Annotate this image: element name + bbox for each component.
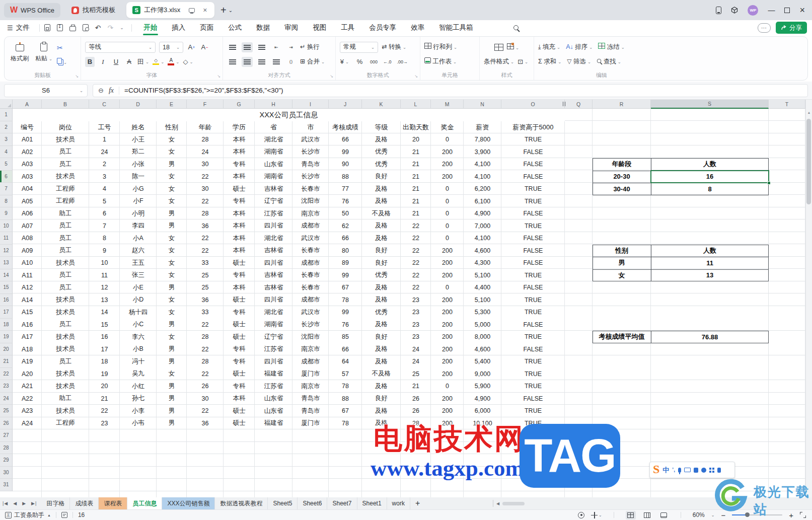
cell-B20[interactable]: 技术员: [42, 343, 89, 356]
cell-A7[interactable]: A04: [13, 183, 42, 195]
cell-M16[interactable]: 200: [431, 294, 464, 307]
column-header-G[interactable]: G: [224, 100, 255, 109]
row-header-30[interactable]: 30: [0, 467, 13, 479]
cell-A21[interactable]: A19: [13, 355, 42, 368]
sheet-tab-6[interactable]: Sheet5: [268, 497, 298, 509]
cell-M6[interactable]: 200: [431, 171, 464, 183]
cell-A4[interactable]: A02: [13, 146, 42, 159]
cell-E23[interactable]: 男: [157, 380, 187, 393]
cell-I20[interactable]: 南京市: [292, 343, 329, 356]
column-header-O[interactable]: O: [501, 100, 565, 109]
cell-J3[interactable]: 66: [329, 133, 362, 146]
cell-N13[interactable]: 4,300: [464, 257, 501, 269]
cube-3d-icon[interactable]: [731, 7, 738, 14]
font-expand-icon[interactable]: ↘: [217, 74, 220, 79]
select-all-corner[interactable]: [0, 100, 13, 109]
cell-O24[interactable]: FALSE: [501, 393, 565, 405]
cell-C19[interactable]: 16: [89, 331, 120, 343]
cell-E3[interactable]: 女: [157, 133, 187, 146]
cell-A12[interactable]: A09: [13, 245, 42, 257]
cell-N17[interactable]: 5,300: [464, 306, 501, 319]
export-icon[interactable]: [57, 24, 63, 31]
cell-N20[interactable]: 4,600: [464, 343, 501, 356]
cell-L13[interactable]: 22: [401, 257, 431, 269]
ime-keyboard-icon[interactable]: [684, 468, 691, 472]
clear-format-button[interactable]: ◇⌄: [183, 57, 193, 67]
cell-C3[interactable]: 1: [89, 133, 120, 146]
paste-button[interactable]: 粘贴⌄: [33, 41, 55, 72]
cell-J16[interactable]: 78: [329, 294, 362, 307]
cell-B5[interactable]: 员工: [42, 158, 89, 171]
cell-I14[interactable]: 长春市: [292, 269, 329, 282]
row-header-25[interactable]: 25: [0, 405, 13, 417]
cell-I22[interactable]: 厦门市: [292, 368, 329, 381]
worksheet-button[interactable]: 工作表⌄: [424, 57, 457, 66]
cell-C22[interactable]: 19: [89, 368, 120, 381]
eye-protection-icon[interactable]: [578, 512, 584, 518]
cell-J21[interactable]: 64: [329, 355, 362, 368]
sheet-tab-0[interactable]: 田字格: [41, 497, 70, 509]
header-cell-J[interactable]: 考核成绩: [329, 121, 362, 134]
cell-D11[interactable]: 小A: [120, 232, 157, 245]
cell-H11[interactable]: 湖北省: [255, 232, 292, 245]
cell-N5[interactable]: 4,100: [464, 158, 501, 171]
cell-L10[interactable]: 22: [401, 220, 431, 233]
cell-M22[interactable]: 200: [431, 368, 464, 381]
first-sheet-icon[interactable]: |◀: [3, 501, 8, 506]
thousands-separator-button[interactable]: 000: [370, 59, 378, 64]
header-cell-H[interactable]: 省: [255, 121, 292, 134]
cell-O15[interactable]: FALSE: [501, 281, 565, 294]
cell-H15[interactable]: 吉林省: [255, 281, 292, 294]
cell-A6[interactable]: A03: [13, 171, 42, 183]
cell-L17[interactable]: 23: [401, 306, 431, 319]
cell-A20[interactable]: A18: [13, 343, 42, 356]
sheet-tab-9[interactable]: Sheet1: [357, 497, 387, 509]
row-header-17[interactable]: 17: [0, 306, 13, 319]
cell-M26[interactable]: 200: [431, 417, 464, 430]
wrap-text-button[interactable]: ↵ 换行: [300, 43, 320, 51]
cell-K20[interactable]: 及格: [362, 343, 401, 356]
row-header-12[interactable]: 12: [0, 245, 13, 257]
cell-I6[interactable]: 长沙市: [292, 171, 329, 183]
cell-I15[interactable]: 长春市: [292, 281, 329, 294]
merge-cells-button[interactable]: ⊞ 合并⌄: [300, 57, 325, 66]
menu-tab-7[interactable]: 工具: [334, 20, 362, 35]
cell-B12[interactable]: 员工: [42, 245, 89, 257]
cell-E21[interactable]: 男: [157, 355, 187, 368]
header-cell-O[interactable]: 薪资高于5000: [501, 121, 565, 134]
justify-button[interactable]: [271, 57, 282, 67]
cell-N15[interactable]: 4,400: [464, 281, 501, 294]
column-header-D[interactable]: D: [120, 100, 157, 109]
cell-L7[interactable]: 21: [401, 183, 431, 195]
cell-A19[interactable]: A17: [13, 331, 42, 343]
horizontal-scroll-thumb[interactable]: [502, 502, 525, 505]
cut-button[interactable]: ✂: [57, 44, 67, 52]
cell-M17[interactable]: 200: [431, 306, 464, 319]
cell-J11[interactable]: 66: [329, 232, 362, 245]
increase-indent-button[interactable]: ⇥: [285, 42, 297, 52]
cell-M5[interactable]: 200: [431, 158, 464, 171]
cell-A13[interactable]: A10: [13, 257, 42, 269]
document-tab[interactable]: S 工作簿3.xlsx ×: [126, 2, 214, 18]
decrease-decimal-button[interactable]: ←.0: [383, 59, 392, 64]
column-header-K[interactable]: K: [362, 100, 401, 109]
vertical-scroll-thumb[interactable]: [806, 119, 811, 204]
align-middle-button[interactable]: [242, 42, 253, 52]
cell-H4[interactable]: 湖南省: [255, 146, 292, 159]
cell-F10[interactable]: 36: [187, 220, 224, 233]
cell-J19[interactable]: 85: [329, 331, 362, 343]
cell-L16[interactable]: 23: [401, 294, 431, 307]
cell-N14[interactable]: 5,100: [464, 269, 501, 282]
cell-F19[interactable]: 28: [187, 331, 224, 343]
table-format-button[interactable]: ⌄: [507, 43, 519, 51]
split-window-icon[interactable]: [189, 8, 195, 13]
cell-O25[interactable]: TRUE: [501, 405, 565, 417]
cell-G19[interactable]: 硕士: [224, 331, 255, 343]
page-layout-view-button[interactable]: [642, 511, 652, 519]
percent-button[interactable]: %: [355, 57, 364, 67]
cell-J9[interactable]: 50: [329, 207, 362, 220]
find-button[interactable]: 查找⌄: [597, 57, 621, 66]
cell-I16[interactable]: 成都市: [292, 294, 329, 307]
cell-E16[interactable]: 女: [157, 294, 187, 307]
cell-M21[interactable]: 200: [431, 355, 464, 368]
